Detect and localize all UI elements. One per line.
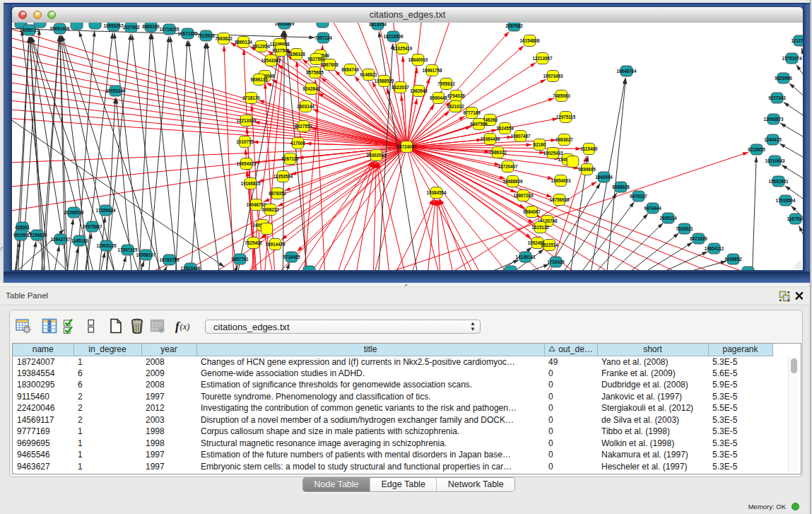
table-cell[interactable]: Genome-wide association studies in ADHD. <box>196 368 544 380</box>
table-cell[interactable]: 18724007 <box>13 356 73 368</box>
table-cell[interactable]: 0 <box>544 461 597 473</box>
function-builder-icon[interactable]: f (x) <box>175 318 193 334</box>
column-header-indegree[interactable]: in_degree <box>73 344 141 356</box>
table-cell[interactable]: 5.3E-5 <box>708 414 772 426</box>
citation-edge-red[interactable] <box>437 200 440 271</box>
table-cell[interactable]: 5.3E-5 <box>708 356 772 368</box>
tab-node-table[interactable]: Node Table <box>303 478 370 491</box>
table-cell[interactable]: 0 <box>544 391 597 403</box>
table-cell[interactable]: Wolkin et al. (1998) <box>597 438 708 450</box>
table-cell[interactable]: Nakamura et al. (1997) <box>597 449 708 461</box>
column-header-short[interactable]: short <box>597 344 708 356</box>
graph-node[interactable] <box>317 23 329 28</box>
graph-node[interactable] <box>261 223 273 235</box>
table-cell[interactable]: 1997 <box>141 391 196 403</box>
delete-icon[interactable] <box>129 318 145 334</box>
table-row[interactable]: 977716911998Corpus callosum shape and si… <box>13 426 772 438</box>
select-all-icon[interactable] <box>62 318 78 334</box>
citation-edge-black[interactable] <box>207 42 237 270</box>
table-cell[interactable]: Embryonic stem cells: a model to study s… <box>196 461 544 473</box>
float-window-icon[interactable] <box>779 291 790 302</box>
graph-node[interactable] <box>742 267 754 270</box>
graph-node[interactable] <box>34 23 46 28</box>
citation-edge-red[interactable] <box>12 109 407 147</box>
table-cell[interactable]: Changes of HCN gene expression and I(f) … <box>196 356 544 368</box>
close-panel-icon[interactable] <box>794 290 805 302</box>
table-cell[interactable]: 1 <box>73 356 141 368</box>
graph-node[interactable] <box>89 23 101 29</box>
table-cell[interactable]: 2008 <box>141 356 196 368</box>
table-row[interactable]: 969969511998Structural magnetic resonanc… <box>13 438 772 450</box>
table-cell[interactable]: 5.3E-5 <box>708 426 772 438</box>
citation-edge-black[interactable] <box>149 37 169 271</box>
column-header-outde[interactable]: out_de… <box>544 344 597 356</box>
table-cell[interactable]: 0 <box>544 438 597 450</box>
new-file-icon[interactable] <box>108 318 124 334</box>
network-window-titlebar[interactable]: citations_edges.txt <box>12 7 803 23</box>
table-cell[interactable]: 5.6E-5 <box>708 368 772 380</box>
tab-edge-table[interactable]: Edge Table <box>370 478 436 491</box>
table-cell[interactable]: Disruption of a novel member of a sodium… <box>196 414 544 426</box>
table-cell[interactable]: 5.3E-5 <box>708 391 772 403</box>
table-cell[interactable]: 2012 <box>141 402 196 414</box>
table-cell[interactable]: 6 <box>73 368 141 380</box>
citation-edge-red[interactable] <box>12 35 407 147</box>
table-cell[interactable]: 1 <box>73 426 141 438</box>
citation-edge-black[interactable] <box>62 35 139 270</box>
table-cell[interactable]: 0 <box>544 402 597 414</box>
column-header-pagerank[interactable]: pagerank <box>708 344 772 356</box>
table-cell[interactable]: 9463627 <box>13 461 73 473</box>
table-cell[interactable]: 2 <box>73 402 141 414</box>
table-cell[interactable]: 0 <box>544 414 597 426</box>
table-cell[interactable]: Corpus callosum shape and size in male p… <box>196 426 544 438</box>
table-cell[interactable]: Estimation of significance thresholds fo… <box>196 379 544 391</box>
table-cell[interactable]: 0 <box>544 368 597 380</box>
citation-edge-red[interactable] <box>12 81 407 147</box>
graph-node[interactable] <box>505 266 517 270</box>
table-cell[interactable]: 1 <box>73 449 141 461</box>
table-cell[interactable]: 1997 <box>141 449 196 461</box>
citation-edge-red[interactable] <box>12 26 407 147</box>
citation-edge-red[interactable] <box>315 80 325 271</box>
citation-edge-black[interactable] <box>639 243 693 270</box>
citation-edge-red[interactable] <box>413 199 435 270</box>
unselect-all-icon[interactable] <box>83 318 99 334</box>
table-vertical-scrollbar[interactable] <box>788 356 799 473</box>
table-cell[interactable]: 2 <box>73 414 141 426</box>
citation-edge-black[interactable] <box>12 119 225 267</box>
table-cell[interactable]: 18300295 <box>13 379 73 391</box>
resize-grip-icon[interactable] <box>792 259 802 269</box>
table-row[interactable]: 2242004622012Investigating the contribut… <box>13 402 772 414</box>
column-header-title[interactable]: title <box>196 344 544 356</box>
table-cell[interactable]: 5.3E-5 <box>708 449 772 461</box>
table-cell[interactable]: Yano et al. (2008) <box>597 356 708 368</box>
table-cell[interactable]: 2009 <box>141 368 196 380</box>
citation-edge-red[interactable] <box>12 147 407 188</box>
table-row[interactable]: 1938455462009Genome-wide association stu… <box>13 368 772 380</box>
table-cell[interactable]: Jankovic et al. (1997) <box>597 391 708 403</box>
citation-edge-black[interactable] <box>283 31 285 271</box>
table-select-dropdown[interactable]: citations_edges.txt ▲▼ <box>205 320 481 334</box>
table-cell[interactable]: 6 <box>73 379 141 391</box>
table-cell[interactable]: 19384554 <box>13 368 73 380</box>
network-canvas[interactable]: 2405572120691406106532671527602846616010… <box>12 23 803 270</box>
table-cell[interactable]: 5.5E-5 <box>708 402 772 414</box>
column-header-name[interactable]: name <box>13 344 73 356</box>
table-cell[interactable]: 2003 <box>141 414 196 426</box>
citation-edge-black[interactable] <box>116 98 131 271</box>
citation-edge-red[interactable] <box>377 162 389 270</box>
table-cell[interactable]: 2 <box>73 391 141 403</box>
table-cell[interactable]: Structural magnetic resonance image aver… <box>196 438 544 450</box>
table-row[interactable]: 946554611997Estimation of the future num… <box>13 449 772 461</box>
table-row[interactable]: 1872400712008Changes of HCN gene express… <box>13 356 772 368</box>
citation-edge-black[interactable] <box>579 202 635 271</box>
table-cell[interactable]: 1997 <box>141 461 196 473</box>
citation-edge-black[interactable] <box>152 33 177 270</box>
table-cell[interactable]: Franke et al. (2009) <box>597 368 708 380</box>
citation-edge-black[interactable] <box>77 31 95 271</box>
table-cell[interactable]: 5.3E-5 <box>708 461 772 473</box>
table-cell[interactable]: 9465546 <box>13 449 73 461</box>
table-cell[interactable]: Tourette syndrome. Phenomenology and cla… <box>196 391 544 403</box>
node-table-grid[interactable]: namein_degreeyeartitleout_de…shortpagera… <box>13 344 773 472</box>
table-cell[interactable]: de Silva et al. (2003) <box>597 414 708 426</box>
